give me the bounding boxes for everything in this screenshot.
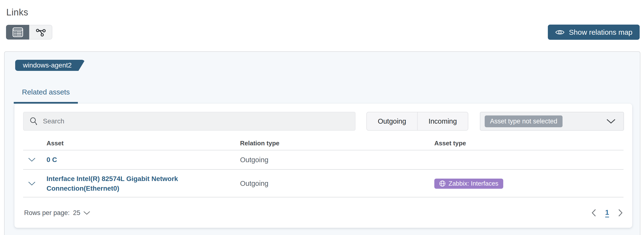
search-input[interactable] xyxy=(43,118,349,125)
header-relation-type: Relation type xyxy=(240,140,434,147)
asset-type-badge: Zabbix: Interfaces xyxy=(434,178,503,189)
pagination: 1 xyxy=(592,208,622,218)
tab-related-assets-label: Related assets xyxy=(22,88,70,96)
chevron-left-icon xyxy=(592,209,596,217)
table-list-icon xyxy=(12,27,24,37)
chevron-down-icon xyxy=(606,118,616,124)
tab-related-assets[interactable]: Related assets xyxy=(14,88,78,104)
relations-view-button[interactable] xyxy=(29,25,52,40)
globe-icon xyxy=(439,180,446,187)
asset-tag[interactable]: windows-agent2 xyxy=(15,60,85,71)
relation-type-cell: Outgoing xyxy=(240,156,434,164)
show-relations-map-button[interactable]: Show relations map xyxy=(548,24,640,40)
chevron-down-icon xyxy=(28,158,35,162)
page-number[interactable]: 1 xyxy=(605,208,609,218)
search-box[interactable] xyxy=(23,112,356,131)
expand-row-button[interactable] xyxy=(28,158,35,162)
chevron-right-icon xyxy=(618,209,622,217)
asset-type-chip: Asset type not selected xyxy=(485,116,562,127)
rows-per-page-label: Rows per page: xyxy=(24,209,70,217)
show-relations-map-label: Show relations map xyxy=(569,28,632,36)
asset-link[interactable]: 0 C xyxy=(46,155,57,164)
asset-type-badge-label: Zabbix: Interfaces xyxy=(448,180,498,187)
branch-icon xyxy=(35,27,46,37)
table-header-row: Asset Relation type Asset type xyxy=(23,136,624,150)
outgoing-filter-button[interactable]: Outgoing xyxy=(367,112,418,130)
direction-filter: Outgoing Incoming xyxy=(366,112,468,131)
header-asset: Asset xyxy=(46,140,240,147)
links-page: Links xyxy=(0,0,644,235)
view-mode-toggle xyxy=(6,25,52,40)
asset-type-dropdown[interactable]: Asset type not selected xyxy=(480,112,624,131)
chevron-down-icon xyxy=(28,182,35,186)
previous-page-button[interactable] xyxy=(592,209,596,217)
magnifier-icon xyxy=(30,117,38,126)
links-card: windows-agent2 Related assets Outgoing I… xyxy=(4,51,640,235)
table-footer: Rows per page: 25 1 xyxy=(24,202,622,223)
eye-icon xyxy=(555,29,565,36)
table-view-button[interactable] xyxy=(6,25,29,40)
table-row: 0 C Outgoing xyxy=(23,150,624,170)
rows-per-page-select[interactable]: Rows per page: 25 xyxy=(24,209,90,217)
next-page-button[interactable] xyxy=(618,209,622,217)
chevron-down-icon xyxy=(84,211,90,215)
rows-per-page-value: 25 xyxy=(73,209,80,217)
header-asset-type: Asset type xyxy=(434,140,624,147)
incoming-filter-button[interactable]: Incoming xyxy=(418,112,468,130)
expand-row-button[interactable] xyxy=(28,182,35,186)
relation-type-cell: Outgoing xyxy=(240,180,434,188)
asset-link[interactable]: Interface Intel(R) 82574L Gigabit Networ… xyxy=(46,174,186,193)
related-assets-panel: Outgoing Incoming Asset type not selecte… xyxy=(14,104,632,228)
page-title: Links xyxy=(6,7,28,18)
table-row: Interface Intel(R) 82574L Gigabit Networ… xyxy=(23,170,624,198)
